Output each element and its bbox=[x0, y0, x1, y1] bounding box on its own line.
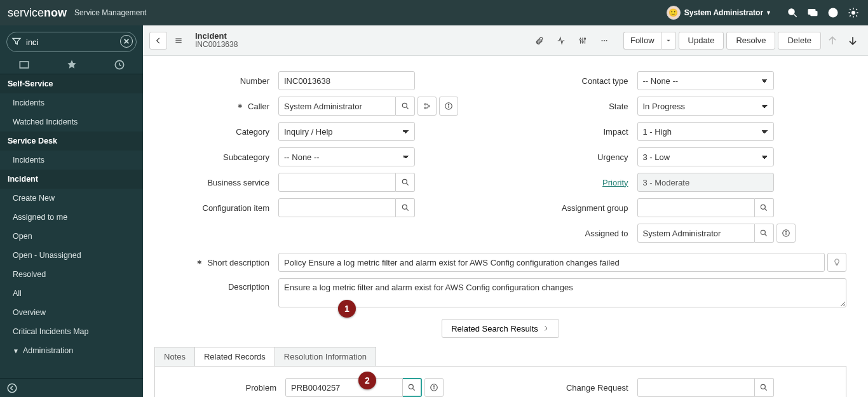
nav-module[interactable]: Incidents bbox=[0, 151, 143, 170]
svg-point-18 bbox=[580, 39, 581, 40]
nav-module[interactable]: Watched Incidents bbox=[0, 112, 143, 131]
chat-icon[interactable] bbox=[806, 6, 820, 20]
label-number: Number bbox=[154, 76, 278, 86]
state-select[interactable]: In Progress bbox=[637, 97, 774, 116]
back-button[interactable] bbox=[149, 32, 167, 50]
svg-line-25 bbox=[406, 107, 408, 109]
search-icon[interactable] bbox=[785, 6, 799, 20]
related-list-icon[interactable] bbox=[417, 97, 437, 116]
urgency-select[interactable]: 3 - Low bbox=[637, 147, 774, 166]
label-business-service: Business service bbox=[154, 178, 278, 187]
clear-filter-button[interactable] bbox=[120, 35, 133, 48]
personalize-icon[interactable] bbox=[574, 32, 592, 50]
lookup-icon[interactable] bbox=[403, 378, 422, 397]
avatar[interactable]: 🙂 bbox=[667, 6, 681, 20]
context-menu-icon[interactable] bbox=[170, 32, 187, 50]
nav-module[interactable]: Overview bbox=[0, 303, 143, 322]
svg-point-23 bbox=[606, 39, 607, 41]
nav-filter-input[interactable] bbox=[6, 32, 137, 52]
label-description: Description bbox=[154, 278, 278, 292]
config-item-input[interactable] bbox=[278, 198, 396, 217]
label-urgency: Urgency bbox=[513, 152, 637, 162]
lookup-icon[interactable] bbox=[755, 224, 774, 243]
category-select[interactable]: Inquiry / Help bbox=[278, 122, 415, 141]
nav-module[interactable]: Critical Incidents Map bbox=[0, 322, 143, 341]
related-search-button[interactable]: Related Search Results bbox=[442, 319, 559, 338]
tab-notes[interactable]: Notes bbox=[154, 347, 195, 366]
description-textarea[interactable]: Ensure a log metric filter and alarm exi… bbox=[278, 278, 846, 307]
lookup-icon[interactable] bbox=[396, 173, 415, 192]
nav-module[interactable]: Incidents bbox=[0, 93, 143, 112]
nav-collapse[interactable] bbox=[0, 378, 143, 397]
assignment-group-input[interactable] bbox=[637, 198, 755, 217]
svg-line-37 bbox=[765, 209, 767, 211]
more-icon[interactable] bbox=[595, 32, 613, 50]
suggestion-icon[interactable] bbox=[827, 253, 846, 272]
svg-rect-3 bbox=[811, 11, 817, 16]
nav-module[interactable]: Assigned to me bbox=[0, 208, 143, 227]
lookup-icon[interactable] bbox=[755, 198, 774, 217]
help-icon[interactable] bbox=[826, 6, 840, 20]
svg-point-5 bbox=[832, 15, 833, 15]
svg-point-31 bbox=[448, 104, 449, 105]
nav-module-administration[interactable]: ▼Administration bbox=[0, 341, 143, 360]
form-tabs: Notes Related Records Resolution Informa… bbox=[154, 347, 846, 367]
nav-module[interactable]: All bbox=[0, 284, 143, 303]
assigned-to-input[interactable] bbox=[637, 224, 755, 243]
nav-module[interactable]: Open - Unassigned bbox=[0, 246, 143, 265]
lookup-icon[interactable] bbox=[396, 97, 415, 116]
nav-app-service-desk[interactable]: Service Desk bbox=[0, 131, 143, 151]
tab-related-records[interactable]: Related Records bbox=[194, 347, 275, 366]
label-impact: Impact bbox=[513, 127, 637, 137]
info-icon[interactable] bbox=[439, 97, 458, 116]
label-priority[interactable]: Priority bbox=[513, 178, 637, 187]
nav-app-self-service[interactable]: Self-Service bbox=[0, 74, 143, 93]
gear-icon[interactable] bbox=[846, 6, 860, 20]
nav-module[interactable]: Open bbox=[0, 227, 143, 246]
suite-label: Service Management bbox=[74, 8, 146, 17]
activity-icon[interactable] bbox=[552, 32, 570, 50]
resolve-button[interactable]: Resolve bbox=[726, 32, 775, 50]
svg-point-20 bbox=[584, 37, 585, 39]
tab-body-related-records: 2 Problem bbox=[154, 367, 846, 397]
number-input[interactable] bbox=[278, 71, 415, 90]
svg-point-48 bbox=[761, 384, 765, 389]
nav-module[interactable]: Resolved bbox=[0, 265, 143, 284]
nav-module[interactable]: Create New bbox=[0, 189, 143, 208]
svg-point-24 bbox=[402, 103, 407, 107]
brand-logo: servicenow bbox=[8, 6, 67, 20]
attachment-icon[interactable] bbox=[531, 32, 548, 50]
lookup-icon[interactable] bbox=[396, 198, 415, 217]
business-service-input[interactable] bbox=[278, 173, 396, 192]
svg-line-35 bbox=[406, 209, 408, 211]
label-contact-type: Contact type bbox=[513, 76, 637, 86]
prev-record-icon[interactable] bbox=[824, 32, 841, 50]
lookup-icon[interactable] bbox=[755, 378, 774, 397]
history-icon[interactable] bbox=[113, 58, 126, 71]
update-button[interactable]: Update bbox=[679, 32, 724, 50]
impact-select[interactable]: 1 - High bbox=[637, 122, 774, 141]
next-record-icon[interactable] bbox=[844, 32, 862, 50]
svg-point-28 bbox=[428, 105, 430, 107]
nav-list[interactable]: Self-Service Incidents Watched Incidents… bbox=[0, 74, 143, 378]
follow-button[interactable]: Follow bbox=[623, 32, 661, 50]
follow-dropdown[interactable] bbox=[661, 32, 676, 50]
short-desc-input[interactable] bbox=[278, 253, 825, 272]
svg-point-11 bbox=[8, 384, 17, 393]
contact-type-select[interactable]: -- None -- bbox=[637, 71, 774, 90]
nav-app-incident[interactable]: Incident bbox=[0, 170, 143, 189]
change-request-input[interactable] bbox=[637, 378, 755, 397]
caller-input[interactable] bbox=[278, 97, 396, 116]
favorites-icon[interactable] bbox=[65, 58, 78, 71]
delete-button[interactable]: Delete bbox=[778, 32, 821, 50]
info-icon[interactable] bbox=[424, 378, 444, 397]
user-menu[interactable]: System Administrator bbox=[684, 8, 763, 17]
info-icon[interactable] bbox=[776, 224, 796, 243]
problem-input[interactable] bbox=[285, 378, 403, 397]
subcategory-select[interactable]: -- None -- bbox=[278, 147, 415, 166]
svg-point-32 bbox=[402, 179, 407, 184]
all-apps-icon[interactable] bbox=[18, 58, 31, 71]
tab-resolution[interactable]: Resolution Information bbox=[275, 347, 376, 366]
form-body[interactable]: Number Caller Category bbox=[143, 56, 868, 397]
chevron-down-icon[interactable]: ▼ bbox=[766, 10, 771, 16]
